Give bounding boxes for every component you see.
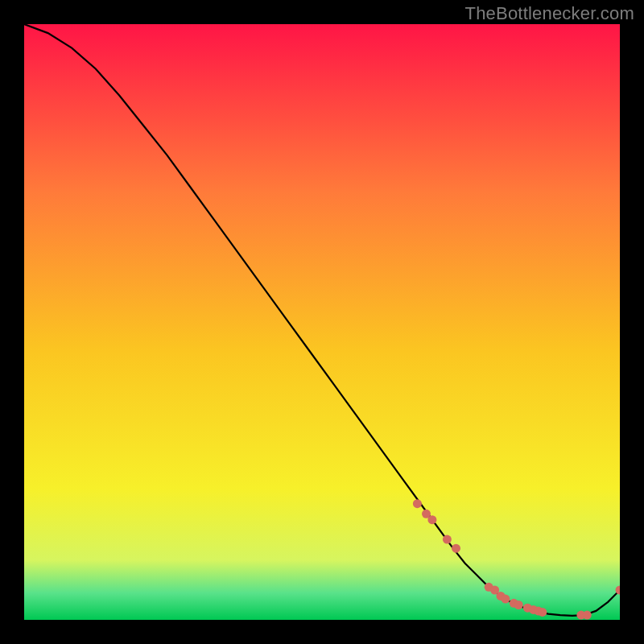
marker-point (538, 608, 547, 617)
marker-point (413, 499, 422, 508)
chart-svg (24, 24, 620, 620)
marker-point (514, 601, 523, 609)
marker-point (583, 611, 592, 620)
marker-point (443, 535, 452, 544)
marker-point (427, 515, 436, 524)
marker-point (452, 544, 460, 553)
chart-container: TheBottlenecker.com (0, 0, 644, 644)
marker-point (501, 595, 510, 604)
plot-area (24, 24, 620, 620)
watermark-text: TheBottlenecker.com (465, 3, 634, 24)
gradient-background (24, 24, 620, 620)
